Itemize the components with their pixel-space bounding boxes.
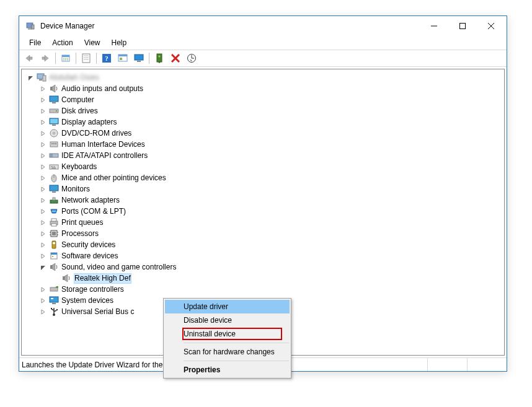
uninstall-icon[interactable] (168, 51, 183, 65)
tree-category[interactable]: Ports (COM & LPT) (22, 206, 504, 217)
scan-hardware-icon[interactable] (184, 51, 199, 65)
show-hidden-icon[interactable] (58, 51, 73, 65)
tree-category[interactable]: Display adapters (22, 116, 504, 128)
tree-category[interactable]: Network adapters (22, 195, 504, 206)
menu-help[interactable]: Help (107, 37, 132, 48)
tree-category[interactable]: Keyboards (22, 161, 504, 172)
expand-icon[interactable] (39, 241, 47, 248)
tree-category[interactable]: Sound, video and game controllers (22, 261, 504, 273)
expand-icon[interactable] (39, 85, 47, 92)
expand-icon[interactable] (39, 208, 47, 215)
category-icon (49, 217, 59, 227)
monitor-icon[interactable] (131, 51, 146, 65)
menu-view[interactable]: View (79, 37, 105, 48)
help-icon[interactable]: ? (99, 51, 114, 65)
tree-category[interactable]: Mice and other pointing devices (22, 172, 504, 183)
svg-rect-35 (52, 102, 56, 103)
tree-category[interactable]: Storage controllers (22, 284, 504, 295)
update-driver-icon[interactable] (152, 51, 167, 65)
svg-rect-77 (52, 256, 53, 257)
svg-rect-65 (51, 219, 56, 221)
back-icon[interactable] (22, 51, 37, 65)
expand-icon[interactable] (39, 297, 47, 304)
tree-category-label: Keyboards (61, 162, 97, 171)
tree-category-label: Human Interface Devices (61, 140, 145, 149)
svg-rect-46 (55, 143, 56, 144)
tree-category-label: Ports (COM & LPT) (61, 207, 126, 216)
category-icon (49, 195, 59, 205)
expand-icon[interactable] (39, 185, 47, 193)
expand-icon[interactable] (39, 308, 47, 315)
category-icon (49, 117, 59, 127)
expand-icon[interactable] (39, 107, 47, 115)
category-icon (49, 240, 59, 250)
svg-rect-21 (118, 55, 127, 56)
svg-rect-33 (50, 87, 52, 90)
tree-category-label: Disk drives (61, 107, 98, 115)
svg-rect-34 (50, 96, 58, 102)
maximize-button[interactable] (448, 17, 477, 35)
expand-icon[interactable] (39, 163, 47, 170)
context-menu-separator (184, 343, 289, 343)
tree-category[interactable]: Processors (22, 228, 504, 239)
expand-icon[interactable] (39, 230, 47, 237)
expand-icon[interactable] (39, 263, 47, 271)
expand-icon[interactable] (27, 74, 34, 81)
tree-category[interactable]: IDE ATA/ATAPI controllers (22, 150, 504, 161)
menu-file[interactable]: File (24, 37, 46, 48)
close-button[interactable] (477, 17, 505, 35)
expand-icon[interactable] (39, 286, 47, 293)
tree-category-label: Universal Serial Bus c (61, 307, 134, 316)
expand-icon[interactable] (39, 196, 47, 204)
expand-icon[interactable] (39, 96, 47, 103)
category-icon (49, 106, 59, 116)
properties-icon[interactable] (79, 51, 94, 65)
svg-rect-76 (51, 253, 57, 255)
menu-action[interactable]: Action (47, 37, 78, 48)
expand-icon[interactable] (39, 174, 47, 182)
svg-rect-73 (52, 241, 56, 248)
expand-icon[interactable] (39, 141, 47, 148)
tree-category[interactable]: DVD/CD-ROM drives (22, 128, 504, 139)
context-menu-item[interactable]: Update driver (165, 300, 290, 313)
tree-category-label: Audio inputs and outputs (61, 84, 143, 93)
action-center-icon[interactable] (115, 51, 130, 65)
svg-point-87 (56, 309, 58, 310)
tree-category[interactable]: Monitors (22, 183, 504, 195)
statusbar-cell (427, 358, 467, 371)
expand-icon[interactable] (39, 152, 47, 159)
tree-device-label: Realtek High Def (74, 273, 131, 284)
svg-rect-51 (51, 166, 52, 167)
tree-category[interactable]: Security devices (22, 239, 504, 250)
expand-icon[interactable] (39, 252, 47, 260)
context-menu-item[interactable]: Scan for hardware changes (165, 345, 290, 359)
tree-category[interactable]: Disk drives (22, 105, 504, 116)
tree-category[interactable]: Software devices (22, 250, 504, 261)
svg-point-26 (159, 56, 161, 58)
forward-icon[interactable] (38, 51, 53, 65)
tree-category[interactable]: Audio inputs and outputs (22, 83, 504, 94)
root-node[interactable]: Abdullah Osies (22, 72, 504, 83)
category-icon (49, 139, 59, 149)
tree-device[interactable]: Realtek High Def (22, 273, 504, 284)
svg-rect-58 (52, 191, 56, 193)
toolbar-separator (149, 53, 149, 64)
svg-rect-81 (50, 297, 58, 302)
expand-icon[interactable] (39, 118, 47, 126)
category-icon (49, 128, 59, 138)
tree-category[interactable]: Human Interface Devices (22, 139, 504, 150)
tree-category[interactable]: Print queues (22, 217, 504, 228)
tree-category-label: Processors (61, 229, 99, 238)
context-menu-item[interactable]: Uninstall device (165, 327, 290, 341)
context-menu-item[interactable]: Properties (165, 363, 290, 377)
svg-rect-14 (82, 54, 90, 63)
category-icon (49, 184, 59, 194)
tree-category[interactable]: Computer (22, 94, 504, 105)
category-icon (49, 251, 59, 261)
context-menu-item[interactable]: Disable device (165, 313, 290, 327)
minimize-button[interactable] (420, 17, 448, 35)
svg-rect-57 (50, 185, 58, 191)
tree-category-label: Network adapters (61, 196, 120, 204)
expand-icon[interactable] (39, 219, 47, 226)
expand-icon[interactable] (39, 129, 47, 137)
